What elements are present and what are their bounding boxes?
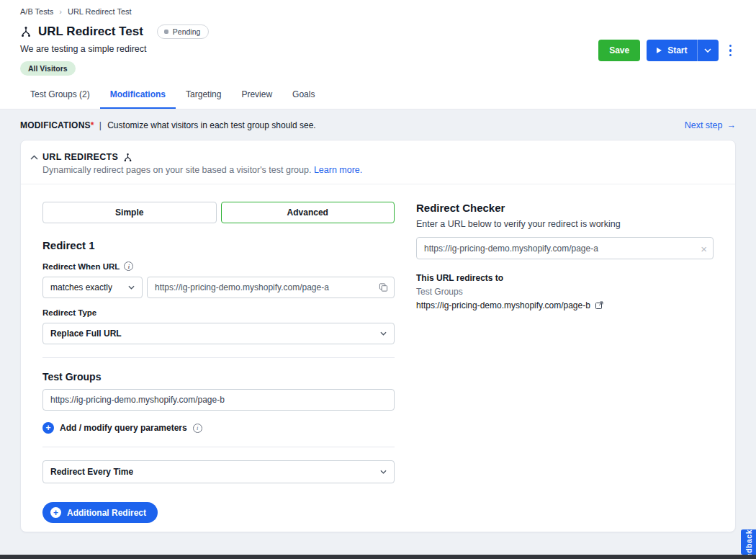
page: A/B Tests › URL Redirect Test URL Redire… bbox=[0, 0, 756, 559]
section-subtitle-text: Dynamically redirect pages on your site … bbox=[42, 165, 311, 175]
match-rule-select[interactable]: matches exactly bbox=[42, 277, 143, 298]
start-button[interactable]: Start bbox=[647, 40, 696, 61]
more-menu-icon[interactable] bbox=[725, 42, 737, 60]
checker-result-heading: This URL redirects to bbox=[416, 273, 714, 283]
required-asterisk: * bbox=[91, 120, 94, 130]
additional-redirect-label: Additional Redirect bbox=[67, 508, 146, 518]
status-badge: Pending bbox=[157, 24, 210, 39]
tab-preview[interactable]: Preview bbox=[231, 82, 282, 109]
next-step-link[interactable]: Next step → bbox=[685, 120, 736, 130]
redirect-checker-panel: Redirect Checker Enter a URL below to ve… bbox=[416, 202, 714, 523]
status-badge-label: Pending bbox=[173, 27, 201, 36]
copy-icon[interactable] bbox=[379, 283, 388, 292]
plus-icon: + bbox=[50, 507, 61, 518]
additional-redirect-button[interactable]: + Additional Redirect bbox=[42, 502, 158, 523]
plus-icon: + bbox=[42, 422, 54, 434]
advanced-mode-button[interactable]: Advanced bbox=[221, 202, 395, 223]
external-link-icon[interactable] bbox=[595, 301, 603, 310]
section-subtitle: Dynamically redirect pages on your site … bbox=[42, 165, 715, 175]
modifications-bar: MODIFICATIONS* | Customize what visitors… bbox=[0, 109, 756, 140]
divider bbox=[42, 447, 395, 447]
redirect-type-select[interactable]: Replace Full URL bbox=[42, 323, 395, 344]
status-dot-icon bbox=[164, 30, 168, 34]
card-header: URL REDIRECTS Dynamically redirect pages… bbox=[21, 140, 735, 184]
breadcrumb: A/B Tests › URL Redirect Test bbox=[20, 7, 736, 16]
collapse-icon[interactable] bbox=[29, 153, 40, 161]
breadcrumb-current: URL Redirect Test bbox=[68, 7, 132, 16]
info-icon[interactable]: i bbox=[124, 261, 133, 271]
breadcrumb-separator-icon: › bbox=[59, 7, 62, 16]
learn-more-link[interactable]: Learn more. bbox=[314, 165, 362, 175]
modifications-bar-text: MODIFICATIONS* | Customize what visitors… bbox=[20, 120, 316, 130]
bottom-strip bbox=[0, 555, 756, 559]
modifications-bar-description: Customize what visitors in each test gro… bbox=[107, 120, 315, 130]
chevron-down-icon bbox=[704, 48, 711, 53]
redirect-type-value: Replace Full URL bbox=[50, 328, 122, 339]
feedback-tab[interactable]: Feedback bbox=[741, 529, 756, 555]
target-url-input[interactable] bbox=[42, 389, 395, 411]
source-url-input[interactable] bbox=[147, 277, 395, 298]
chevron-down-icon bbox=[380, 331, 387, 336]
add-query-params-button[interactable]: + Add / modify query parameters i bbox=[42, 422, 395, 434]
chevron-down-icon bbox=[380, 470, 387, 474]
redirect-when-label: Redirect When URL i bbox=[42, 261, 395, 271]
tab-test-groups[interactable]: Test Groups (2) bbox=[20, 82, 100, 109]
redirect-frequency-select[interactable]: Redirect Every Time bbox=[42, 460, 395, 483]
redirect-editor-column: Simple Advanced Redirect 1 Redirect When… bbox=[42, 202, 395, 523]
checker-url-field: × bbox=[416, 237, 714, 259]
save-button[interactable]: Save bbox=[598, 40, 640, 61]
start-button-label: Start bbox=[667, 45, 687, 55]
header-actions: Save Start bbox=[598, 40, 736, 61]
split-test-icon-small bbox=[123, 153, 132, 162]
mode-toggle: Simple Advanced bbox=[42, 202, 395, 223]
redirect-when-label-text: Redirect When URL bbox=[42, 262, 120, 271]
section-title: URL REDIRECTS bbox=[42, 152, 118, 162]
feedback-tab-label: Feedback bbox=[744, 529, 753, 555]
redirect-when-row: matches exactly bbox=[42, 277, 395, 298]
card-body: Simple Advanced Redirect 1 Redirect When… bbox=[21, 184, 735, 532]
tab-modifications[interactable]: Modifications bbox=[100, 82, 176, 109]
checker-result-row: https://ig-pricing-demo.myshopify.com/pa… bbox=[416, 300, 714, 310]
redirect-checker-subtitle: Enter a URL below to verify your redirec… bbox=[416, 219, 714, 229]
arrow-right-icon: → bbox=[727, 120, 737, 130]
page-header: A/B Tests › URL Redirect Test URL Redire… bbox=[0, 0, 756, 109]
tab-goals[interactable]: Goals bbox=[282, 82, 325, 109]
split-test-icon bbox=[20, 26, 32, 37]
match-rule-value: matches exactly bbox=[50, 282, 112, 292]
modifications-bar-title: MODIFICATIONS bbox=[20, 120, 91, 130]
clear-icon[interactable]: × bbox=[701, 243, 707, 254]
checker-result-url: https://ig-pricing-demo.myshopify.com/pa… bbox=[416, 300, 590, 310]
checker-url-input[interactable] bbox=[416, 237, 714, 259]
test-groups-heading: Test Groups bbox=[42, 371, 395, 383]
redirect-frequency-value: Redirect Every Time bbox=[50, 467, 133, 477]
title-row: URL Redirect Test Pending bbox=[20, 24, 736, 39]
target-url-field bbox=[42, 389, 395, 411]
section-title-row: URL REDIRECTS bbox=[42, 152, 715, 162]
redirect-checker-title: Redirect Checker bbox=[416, 202, 714, 214]
tab-targeting[interactable]: Targeting bbox=[176, 82, 231, 109]
start-button-group: Start bbox=[647, 40, 718, 61]
add-query-params-label: Add / modify query parameters bbox=[60, 423, 187, 433]
divider bbox=[42, 357, 395, 358]
chevron-down-icon bbox=[128, 285, 135, 290]
info-icon[interactable]: i bbox=[193, 424, 202, 433]
modifications-bar-separator: | bbox=[99, 120, 102, 130]
breadcrumb-ab-tests[interactable]: A/B Tests bbox=[20, 7, 53, 16]
play-icon bbox=[656, 47, 662, 54]
redirect-1-heading: Redirect 1 bbox=[42, 239, 395, 251]
audience-badge: All Visitors bbox=[20, 61, 76, 76]
tab-bar: Test Groups (2) Modifications Targeting … bbox=[20, 82, 736, 109]
page-title: URL Redirect Test bbox=[38, 24, 143, 39]
source-url-field bbox=[147, 277, 395, 298]
url-redirects-card: URL REDIRECTS Dynamically redirect pages… bbox=[20, 140, 736, 532]
simple-mode-button[interactable]: Simple bbox=[42, 202, 217, 223]
redirect-type-label: Redirect Type bbox=[42, 308, 395, 317]
checker-result-group: Test Groups bbox=[416, 287, 714, 297]
next-step-label: Next step bbox=[685, 120, 723, 130]
start-dropdown-button[interactable] bbox=[697, 40, 719, 61]
